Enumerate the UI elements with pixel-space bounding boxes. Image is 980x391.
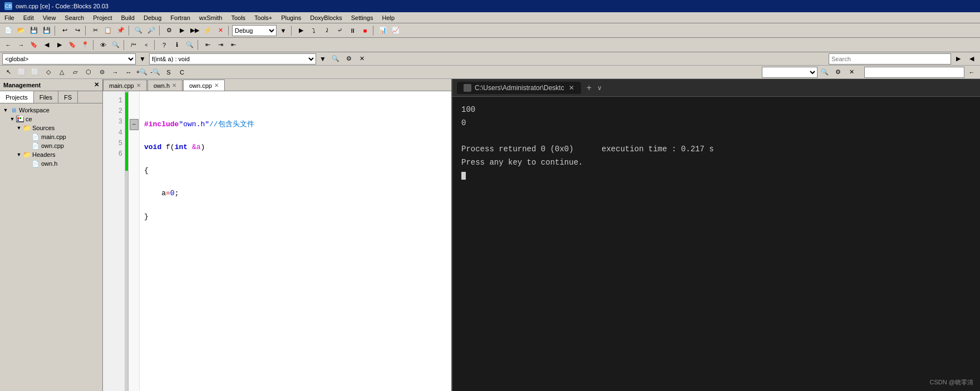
- btn-find[interactable]: 🔍: [132, 24, 145, 37]
- btn-debug-stop[interactable]: ■: [359, 24, 371, 37]
- panel-close-btn[interactable]: ✕: [94, 81, 99, 88]
- btn-redo[interactable]: ↪: [71, 24, 83, 37]
- tree-headers[interactable]: ▼ 📁 Headers: [0, 150, 102, 159]
- btn-bookmark5[interactable]: 📍: [79, 39, 91, 51]
- btn-search-go[interactable]: ▶: [952, 53, 964, 65]
- btn-findnext[interactable]: 🔎: [145, 24, 157, 37]
- menu-toolsplus[interactable]: Tools+: [250, 12, 277, 23]
- tree-owncpp[interactable]: 📄 own.cpp: [0, 141, 102, 150]
- btn-lang-find[interactable]: 🔍: [819, 66, 831, 78]
- sources-toggle[interactable]: ▼: [16, 125, 22, 131]
- workspace-toggle[interactable]: ▼: [2, 107, 9, 113]
- tree-workspace[interactable]: ▼ 🖥 Workspace: [0, 106, 102, 115]
- menu-edit[interactable]: Edit: [19, 12, 38, 23]
- btn-debug-pause[interactable]: ⏸: [346, 24, 358, 37]
- btn-rect[interactable]: ⬜: [16, 66, 28, 78]
- btn-diamond[interactable]: ◇: [42, 66, 55, 78]
- btn-open[interactable]: 📂: [15, 24, 27, 37]
- project-toggle[interactable]: ▼: [9, 116, 16, 122]
- tab-owncpp[interactable]: own.cpp ✕: [183, 80, 225, 91]
- tab-owncpp-close[interactable]: ✕: [214, 82, 219, 88]
- btn-watch2[interactable]: 🔍: [110, 39, 122, 51]
- tree-ownh[interactable]: 📄 own.h: [0, 159, 102, 168]
- btn-debug-run[interactable]: ▶: [295, 24, 307, 37]
- menu-wxsmith[interactable]: wxSmith: [195, 12, 227, 23]
- btn-debug-stepout[interactable]: ⤶: [333, 24, 346, 37]
- btn-help1[interactable]: ?: [158, 39, 170, 51]
- menu-view[interactable]: View: [38, 12, 61, 23]
- btn-bookmark2[interactable]: ◀: [41, 39, 53, 51]
- goto-input[interactable]: [864, 67, 964, 78]
- btn-cyl[interactable]: ⊝: [96, 66, 108, 78]
- tree-sources[interactable]: ▼ 📁 Sources: [0, 123, 102, 132]
- btn-doxy1[interactable]: /**: [127, 39, 140, 51]
- btn-help2[interactable]: ℹ: [171, 39, 183, 51]
- btn-bookmark3[interactable]: ▶: [53, 39, 66, 51]
- tab-maincpp[interactable]: main.cpp ✕: [103, 80, 147, 91]
- btn-run[interactable]: ▶▶: [189, 24, 201, 37]
- btn-zoom-in[interactable]: +🔍: [136, 66, 148, 78]
- btn-indent2[interactable]: ⇥: [214, 39, 226, 51]
- btn-class[interactable]: C: [176, 66, 188, 78]
- btn-build[interactable]: ▶: [176, 24, 188, 37]
- btn-scope-close[interactable]: ✕: [356, 53, 368, 65]
- btn-copy[interactable]: 📋: [102, 24, 114, 37]
- btn-save[interactable]: 💾: [28, 24, 40, 37]
- menu-doxyblocks[interactable]: DoxyBlocks: [306, 12, 346, 23]
- btn-info2[interactable]: 📈: [390, 24, 402, 37]
- func-select[interactable]: f(int& a) : void: [149, 53, 316, 65]
- btn-saveall[interactable]: 💾: [41, 24, 53, 37]
- btn-lang-settings[interactable]: ⚙: [832, 66, 844, 78]
- menu-project[interactable]: Project: [88, 12, 116, 23]
- btn-arrow[interactable]: →: [109, 66, 121, 78]
- btn-hex[interactable]: ⬡: [82, 66, 95, 78]
- tab-files[interactable]: Files: [34, 91, 58, 103]
- menu-tools[interactable]: Tools: [226, 12, 250, 23]
- btn-zoom-out[interactable]: -🔍: [149, 66, 161, 78]
- btn-indent1[interactable]: ⇤: [201, 39, 214, 51]
- btn-paste[interactable]: 📌: [115, 24, 127, 37]
- btn-goto-back[interactable]: ←: [966, 66, 978, 78]
- btn-settings[interactable]: ⚙: [163, 24, 175, 37]
- menu-help[interactable]: Help: [377, 12, 399, 23]
- menu-search[interactable]: Search: [60, 12, 88, 23]
- terminal-dropdown[interactable]: ∨: [597, 84, 602, 92]
- tab-ownh[interactable]: own.h ✕: [147, 80, 183, 91]
- terminal-tab[interactable]: C:\Users\Administrator\Desktc ✕: [457, 82, 581, 94]
- btn-tri[interactable]: △: [56, 66, 68, 78]
- tab-ownh-close[interactable]: ✕: [172, 82, 176, 88]
- btn-scope-settings[interactable]: ⚙: [343, 53, 355, 65]
- code-text-area[interactable]: #include"own.h"//包含头文件 void f(int &a) { …: [140, 91, 451, 391]
- search-input[interactable]: [829, 53, 951, 65]
- lang-select[interactable]: [762, 67, 818, 78]
- menu-settings[interactable]: Settings: [347, 12, 378, 23]
- btn-stop[interactable]: ✕: [214, 24, 226, 37]
- debug-mode-select[interactable]: Debug Release: [232, 25, 277, 36]
- btn-pointer[interactable]: ↖: [2, 66, 14, 78]
- btn-bookmark1[interactable]: 🔖: [28, 39, 40, 51]
- btn-round[interactable]: ⬜: [29, 66, 41, 78]
- btn-dropdown[interactable]: ▼: [277, 24, 289, 37]
- tree-project-ce[interactable]: ▼ ce: [0, 115, 102, 123]
- btn-new[interactable]: 📄: [2, 24, 14, 37]
- headers-toggle[interactable]: ▼: [16, 152, 22, 157]
- tab-projects[interactable]: Projects: [0, 91, 34, 103]
- terminal-content[interactable]: 100 0 Process returned 0 (0x0) execution…: [452, 97, 980, 391]
- btn-buildrun[interactable]: ⚡: [201, 24, 214, 37]
- btn-lang-close[interactable]: ✕: [845, 66, 858, 78]
- btn-nav-back[interactable]: ←: [2, 39, 14, 51]
- btn-debug-stepover[interactable]: ⤸: [321, 24, 333, 37]
- btn-bookmark4[interactable]: 🔖: [66, 39, 78, 51]
- btn-undo[interactable]: ↩: [58, 24, 71, 37]
- tab-fs[interactable]: FS: [58, 91, 78, 103]
- btn-indent3[interactable]: ⇤: [227, 39, 239, 51]
- btn-doxy2[interactable]: <: [140, 39, 152, 51]
- btn-search-prev[interactable]: ◀: [966, 53, 978, 65]
- scope-select[interactable]: <global>: [2, 53, 136, 65]
- menu-file[interactable]: File: [0, 12, 19, 23]
- btn-cut[interactable]: ✂: [89, 24, 101, 37]
- btn-watch1[interactable]: 👁: [97, 39, 109, 51]
- btn-syntax[interactable]: S: [162, 66, 175, 78]
- terminal-close-btn[interactable]: ✕: [569, 84, 574, 92]
- btn-debug-step[interactable]: ⤵: [308, 24, 320, 37]
